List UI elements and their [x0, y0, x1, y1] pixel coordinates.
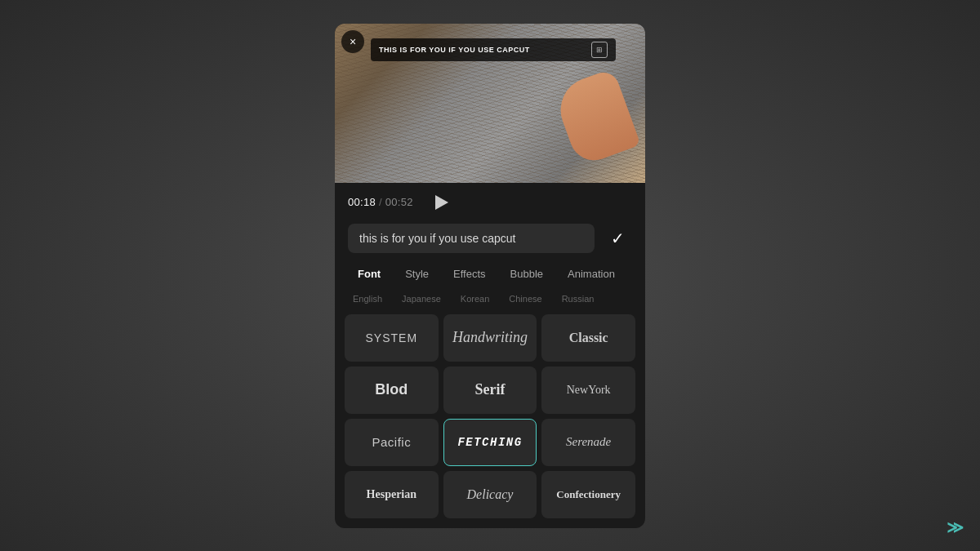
caption-overlay: THIS IS FOR YOU IF YOU USE CAPCUT ⊞: [371, 38, 616, 61]
font-cell-delicacy[interactable]: Delicacy: [443, 471, 537, 518]
caption-text-input[interactable]: [348, 224, 595, 253]
font-cell-classic[interactable]: Classic: [541, 314, 635, 362]
main-tabs: FontStyleEffectsBubbleAnimation: [335, 263, 645, 285]
caption-edit-icon[interactable]: ⊞: [591, 42, 608, 58]
font-label-serenade: Serenade: [566, 435, 611, 449]
checkmark-icon: ✓: [611, 229, 625, 248]
font-cell-serenade[interactable]: Serenade: [541, 419, 635, 466]
close-button[interactable]: ×: [341, 30, 364, 53]
playback-controls: 00:18 / 00:52: [335, 183, 645, 220]
close-icon: ×: [350, 36, 356, 47]
font-label-system: SYSTEM: [366, 331, 418, 344]
font-cell-newyork[interactable]: NewYork: [541, 367, 635, 414]
lang-tab-korean[interactable]: Korean: [452, 291, 497, 306]
tab-effects[interactable]: Effects: [443, 263, 496, 285]
font-cell-system[interactable]: SYSTEM: [345, 314, 439, 362]
tab-font[interactable]: Font: [348, 263, 390, 285]
font-label-handwriting: Handwriting: [452, 329, 528, 346]
current-time: 00:18: [348, 196, 376, 208]
lang-tab-english[interactable]: English: [345, 291, 390, 306]
font-label-fetching: FETCHING: [457, 436, 522, 449]
video-preview: × THIS IS FOR YOU IF YOU USE CAPCUT ⊞: [335, 24, 645, 183]
lang-tab-japanese[interactable]: Japanese: [394, 291, 449, 306]
font-grid: SYSTEMHandwritingClassicBlodSerifNewYork…: [335, 314, 645, 528]
font-label-newyork: NewYork: [567, 384, 611, 397]
tab-style[interactable]: Style: [395, 263, 439, 285]
confirm-button[interactable]: ✓: [603, 224, 632, 253]
total-time: 00:52: [385, 196, 413, 208]
play-button[interactable]: [430, 191, 452, 214]
tab-bubble[interactable]: Bubble: [501, 263, 553, 285]
font-cell-blod[interactable]: Blod: [345, 367, 439, 414]
text-input-row: ✓: [335, 220, 645, 263]
caption-text: THIS IS FOR YOU IF YOU USE CAPCUT: [379, 46, 530, 54]
font-cell-pacific[interactable]: Pacific: [345, 419, 439, 466]
time-divider: /: [379, 196, 385, 208]
lang-tab-chinese[interactable]: Chinese: [501, 291, 550, 306]
editor-panel: × THIS IS FOR YOU IF YOU USE CAPCUT ⊞ 00…: [335, 24, 645, 528]
play-icon: [435, 195, 448, 210]
time-display: 00:18 / 00:52: [348, 196, 413, 208]
font-cell-serif[interactable]: Serif: [443, 367, 537, 414]
font-label-confectionery: Confectionery: [556, 488, 621, 501]
font-label-serif: Serif: [475, 381, 506, 398]
lang-tab-russian[interactable]: Russian: [554, 291, 603, 306]
font-label-delicacy: Delicacy: [467, 487, 514, 502]
font-label-pacific: Pacific: [372, 435, 411, 449]
font-label-classic: Classic: [569, 331, 608, 345]
font-cell-confectionery[interactable]: Confectionery: [541, 471, 635, 518]
tab-animation[interactable]: Animation: [558, 263, 625, 285]
language-tabs: EnglishJapaneseKoreanChineseRussian: [335, 291, 645, 306]
font-cell-handwriting[interactable]: Handwriting: [443, 314, 537, 362]
font-label-blod: Blod: [375, 381, 408, 398]
capcut-watermark: ≫: [947, 517, 964, 538]
font-cell-fetching[interactable]: FETCHING: [443, 419, 537, 466]
font-label-hesperian: Hesperian: [367, 488, 416, 501]
font-cell-hesperian[interactable]: Hesperian: [345, 471, 439, 518]
